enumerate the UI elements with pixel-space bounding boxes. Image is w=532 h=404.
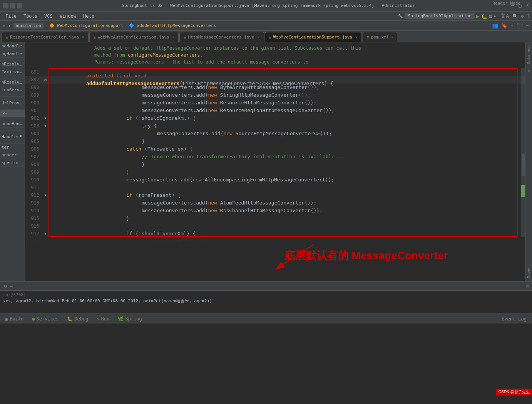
search-icon[interactable]: 🔍: [512, 13, 518, 19]
bottom-tab-build[interactable]: ▣ Build: [2, 315, 27, 322]
bottom-tab-services[interactable]: ● Services: [28, 315, 62, 322]
bottom-tab-bar: ▣ Build ● Services 🐛 Debug ▷ Run 🌿 Sprin…: [0, 313, 532, 324]
title-text: SpringBoot-ls-02 - WebMvcConfigurationSu…: [28, 3, 508, 8]
breadcrumb-sep-3: ›: [125, 23, 127, 28]
main-area: ngHandle ngHandle nResolver ?>>):voic nR…: [0, 42, 532, 281]
svg-line-1: [275, 245, 314, 270]
sidebar-item-arrows[interactable]: >>: [0, 110, 25, 117]
menu-window[interactable]: Window: [57, 13, 79, 20]
tab-http-converters[interactable]: ☕ HttpMessageConverters.java ×: [179, 32, 264, 42]
sidebar-item-nresolver2[interactable]: nResolver>: [0, 79, 25, 86]
bottom-tab-right: Event Log: [498, 315, 530, 322]
tab-pom[interactable]: m pom.xml ▾: [363, 32, 397, 42]
menu-help[interactable]: Help: [80, 13, 97, 20]
git-icon[interactable]: ⑂: [510, 23, 514, 28]
java-icon-2: ☕: [94, 35, 96, 39]
comment-block: Adds a set of default HttpMessageConvert…: [25, 42, 525, 68]
run-config: 🔧 SpringBootIs02Application ▶ 🐛 ≣ ▸: [398, 13, 497, 19]
sidebar-item-queue[interactable]: ueueHandle: [0, 120, 25, 128]
sidebar-item-inspector[interactable]: spector: [0, 159, 25, 167]
sidebar-item-void[interactable]: ?>>):voic: [0, 68, 25, 76]
run-button[interactable]: ▶: [476, 13, 479, 19]
sidebar-spacer8: [0, 131, 25, 133]
back-icon[interactable]: ◂: [8, 23, 10, 28]
menu-file[interactable]: File: [2, 13, 20, 20]
sidebar-spacer6: [0, 117, 25, 120]
annotation-text: 底层默认有的 MessageConverter: [284, 248, 448, 263]
sidebar-spacer3: [0, 94, 25, 97]
sidebar-spacer5: [0, 107, 25, 110]
bottom-toolbar: ⚙ — ⊞: [0, 281, 532, 290]
sidebar-item-nghandle2[interactable]: ngHandle: [0, 50, 25, 58]
toolbar-more[interactable]: ▸: [494, 13, 497, 19]
console-area: sor@6708} xxs, age=12, birth=Wed Feb 01 …: [0, 290, 532, 313]
run-tab-icon: ▷: [97, 316, 100, 322]
breadcrumb-method[interactable]: 🔷 addDefaultHttpMessageConverters: [129, 23, 216, 28]
breadcrumb-sep-2: ›: [45, 23, 48, 28]
sidebar-item-urlprovide[interactable]: UrlProvide: [0, 99, 25, 107]
sidebar-item-ter[interactable]: ter: [0, 144, 25, 151]
gear-icon-toolbar[interactable]: ⚙: [3, 283, 8, 289]
code-content: 891 897 @ protected final void addDefaul…: [25, 68, 525, 281]
tab-response-controller[interactable]: ☕ ResponseTestController.java ×: [2, 32, 89, 42]
csdn-badge: CSDN @智子先生: [496, 389, 532, 396]
settings-icon[interactable]: ⚙: [521, 13, 524, 19]
tab-close-2[interactable]: ×: [172, 35, 174, 39]
build-icon: ▣: [5, 316, 8, 322]
maven-label[interactable]: Maven: [526, 263, 532, 281]
bottom-tab-spring[interactable]: 🌿 Spring: [114, 315, 146, 322]
menu-bar: File Tools VCS Window Help 🔧 SpringBootI…: [0, 12, 532, 21]
tab-close-4[interactable]: ×: [355, 35, 358, 39]
code-line-910: 910 messageConverters.add(new AllEncompa…: [25, 176, 525, 184]
expand-icon[interactable]: ⬛: [517, 23, 523, 28]
bookmark-icon[interactable]: 🔖: [501, 23, 507, 28]
menu-tools[interactable]: Tools: [20, 13, 40, 20]
sidebar-item-manager[interactable]: anager: [0, 151, 25, 159]
run-config-label[interactable]: SpringBootIs02Application: [405, 13, 475, 19]
layout-icon[interactable]: ⊞: [526, 283, 529, 289]
database-label[interactable]: Database: [526, 42, 532, 67]
tab-expand[interactable]: ▾: [391, 35, 393, 39]
java-icon-4: ☕: [269, 35, 271, 39]
java-icon-1: ☕: [6, 35, 8, 39]
breadcrumb-class[interactable]: 🔶 WebMvcConfigurationSupport: [49, 23, 124, 28]
toolbar-icons: ⚙ —: [3, 283, 14, 289]
breadcrumb-annotation[interactable]: annotation: [13, 23, 43, 28]
tab-close-1[interactable]: ×: [82, 35, 84, 39]
sidebar-item-ionserv[interactable]: ionServic: [0, 86, 25, 94]
bottom-tab-eventlog[interactable]: Event Log: [498, 315, 530, 322]
window-controls[interactable]: [3, 3, 22, 8]
comment-line2: method from configureMessageConverters.: [94, 52, 519, 59]
bottom-tab-debug[interactable]: 🐛 Debug: [63, 315, 92, 322]
debug-button[interactable]: 🐛: [481, 13, 487, 19]
m-label[interactable]: m: [526, 67, 532, 75]
persons-icon[interactable]: 👥: [492, 23, 498, 28]
method-icon: 🔷: [129, 23, 134, 28]
comment-line3: Params: messageConverters – the list to …: [94, 59, 519, 65]
tab-webmvc-config[interactable]: ☕ WebMvcConfigurationSupport.java ×: [265, 32, 362, 42]
left-sidebar: ngHandle ngHandle nResolver ?>>):voic nR…: [0, 42, 25, 281]
more-icon[interactable]: ⋯: [526, 23, 529, 28]
console-line2: xxs, age=12, birth=Wed Feb 01 00:00:00 G…: [3, 298, 529, 304]
code-line-915: 915 }: [25, 215, 525, 222]
menu-vcs[interactable]: VCS: [41, 13, 56, 20]
tab-webmvc-auto[interactable]: ☕ WebMvcAutoConfiguration.java ×: [89, 32, 179, 42]
console-line1: sor@6708}: [3, 292, 529, 297]
right-panel: Database m Maven: [525, 42, 532, 281]
minimize-button[interactable]: [3, 3, 8, 8]
project-icon: ▸: [3, 23, 6, 28]
sidebar-spacer1: [0, 58, 25, 60]
sidebar-item-nghandle1[interactable]: ngHandle: [0, 42, 25, 50]
minus-icon-toolbar[interactable]: —: [9, 283, 14, 289]
breadcrumb-bar: ▸ ◂ annotation › 🔶 WebMvcConfigurationSu…: [0, 21, 532, 31]
maximize-button[interactable]: [10, 3, 15, 8]
spring-icon: 🌿: [118, 316, 124, 322]
bottom-tab-run[interactable]: ▷ Run: [93, 315, 114, 322]
coverage-button[interactable]: ≣: [489, 13, 492, 19]
sidebar-item-handlere[interactable]: HandlerE: [0, 133, 25, 141]
tab-close-3[interactable]: ×: [258, 35, 260, 39]
close-button[interactable]: [17, 3, 22, 8]
help-icon[interactable]: ?: [527, 13, 530, 19]
translate-icon[interactable]: 文A: [500, 13, 509, 20]
sidebar-item-nresolver[interactable]: nResolver: [0, 60, 25, 68]
